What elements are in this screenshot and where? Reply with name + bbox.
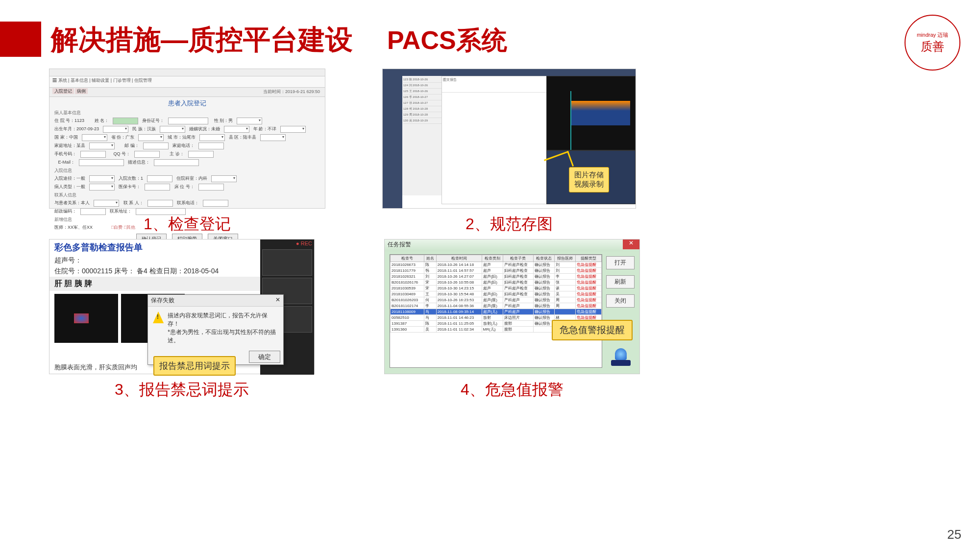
siren-icon (609, 346, 633, 366)
panel-forbidden-words: 彩色多普勒检查报告单 超声号： 住院号：00002115 床号： 备4 检查日期… (49, 239, 315, 401)
panel-image-storage: 123 陈 2018-10-26124 刘 2018-10-26125 王 20… (382, 69, 636, 235)
form-timestamp: 当前时间：2019-6-21 629:50 (263, 89, 320, 95)
ok-button[interactable]: 确定 (249, 351, 280, 363)
screenshot-report-dialog: 彩色多普勒检查报告单 超声号： 住院号：00002115 床号： 备4 检查日期… (49, 239, 315, 374)
screenshot-registration-form: ☰ 系统 | 基本信息 | 辅助设置 | 门诊管理 | 住院管理 入院登记病例 … (49, 69, 325, 209)
table-row[interactable]: 20181026321刘2018-10-26 14:27:07超声(妇)妇科超声… (391, 274, 602, 280)
panel-registration: ☰ 系统 | 基本信息 | 辅助设置 | 门诊管理 | 住院管理 入院登记病例 … (49, 69, 325, 235)
save-failed-dialog: 保存失败✕ 描述内容发现禁忌词汇，报告不允许保存！*患者为男性，不应出现与其性别… (147, 294, 284, 365)
screenshot-alert-list: 任务报警✕ 检查号姓名检查时间检查类别检查子类检查状态报告医师提醒类型 2018… (384, 239, 640, 374)
ultrasound-viewer (546, 76, 636, 150)
page-number: 25 (947, 527, 961, 542)
panel-critical-alert: 任务报警✕ 检查号姓名检查时间检查类别检查子类检查状态报告医师提醒类型 2018… (384, 239, 640, 401)
callout-storage: 图片存储 视频录制 (569, 167, 609, 192)
table-row[interactable]: 20181030469王2018-10-30 15:54:48超声(妇)妇科超声… (391, 291, 602, 297)
close-icon[interactable]: ✕ (623, 240, 639, 249)
caption-4: 4、危急值报警 (461, 379, 564, 401)
table-row[interactable]: B20181026203何2018-10-26 16:23:53超声(腹)产科超… (391, 297, 602, 303)
table-row[interactable]: B20181102174李2018-11-04 08:55:36超声(腹)产科超… (391, 303, 602, 309)
slide-subtitle: PACS系统 (387, 24, 507, 58)
open-button[interactable]: 打开 (606, 256, 635, 269)
caption-2: 2、规范存图 (466, 214, 553, 235)
slide-title: 解决措施—质控平台建设 (51, 22, 353, 59)
brand-logo: mindray 迈瑞 质善 (905, 15, 960, 71)
warning-icon (153, 311, 164, 323)
table-row[interactable]: B20181026176宋2018-10-26 10:55:08超声(妇)妇科超… (391, 280, 602, 286)
callout-critical-alert: 危急值警报提醒 (552, 320, 633, 340)
tab-record[interactable]: 病例 (75, 88, 88, 94)
callout-forbidden-words: 报告禁忌用词提示 (153, 356, 236, 376)
close-icon[interactable]: ✕ (275, 296, 280, 305)
close-button[interactable]: 关闭 (606, 294, 635, 308)
name-input[interactable] (113, 118, 138, 124)
accent-bar (0, 22, 41, 57)
tab-admission[interactable]: 入院登记 (52, 88, 74, 94)
table-row[interactable]: 20181108009马2018-11-08 09:35:14超声(儿)产科超声… (391, 309, 602, 315)
ultrasound-image (54, 294, 118, 343)
table-row[interactable]: 20181101779韩2018-11-01 14:57:57超声妇科超声检查确… (391, 268, 602, 274)
refresh-button[interactable]: 刷新 (606, 275, 635, 288)
caption-3: 3、报告禁忌词提示 (115, 379, 249, 401)
table-row[interactable]: 20181030539宋2018-10-30 14:23:15超声产科超声检查确… (391, 286, 602, 291)
form-title: 患者入院登记 (49, 99, 325, 108)
table-row[interactable]: 20181026673陈2018-10-26 14:14:18超声产科超声检查确… (391, 262, 602, 268)
screenshot-pacs-editor: 123 陈 2018-10-26124 刘 2018-10-26125 王 20… (382, 69, 636, 209)
